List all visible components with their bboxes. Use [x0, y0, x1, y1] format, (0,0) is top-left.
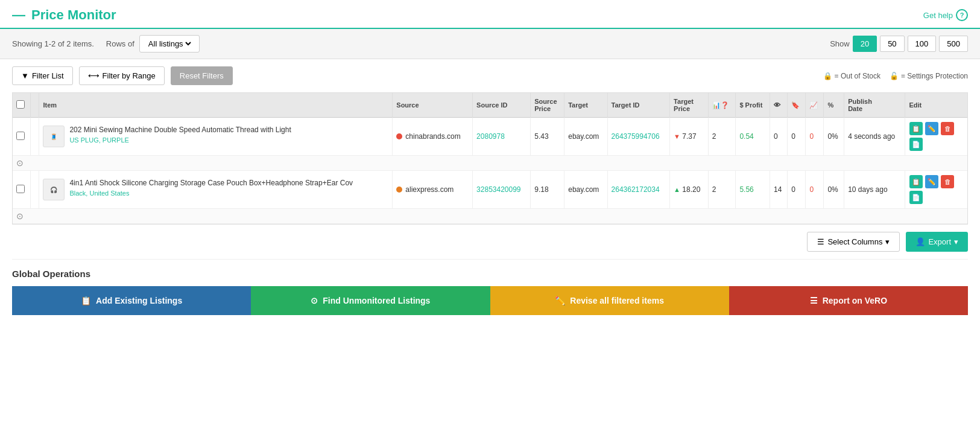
row2-zero1: 14 [770, 171, 788, 209]
row2-target-price: 18.20 [682, 185, 700, 194]
unlock-icon: 🔓 [890, 72, 899, 80]
row1-item-name: 202 Mini Sewing Machine Double Speed Aut… [69, 126, 291, 135]
select-cols-caret: ▾ [885, 237, 890, 246]
row2-action-teal2[interactable]: 📄 [909, 191, 923, 204]
row1-source-id-cell: 2080978 [473, 118, 531, 156]
report-vero-button[interactable]: ☰ Report on VeRO [729, 286, 968, 315]
col-target: Target [564, 93, 607, 118]
expand-icon2[interactable]: ⊙ [16, 211, 24, 221]
page-header: — Price Monitor Get help ? [0, 0, 980, 29]
row1-source-dot [396, 133, 402, 139]
row2-source-id[interactable]: 32853420099 [476, 185, 520, 194]
col-target-id: Target ID [607, 93, 670, 118]
reset-filters-button[interactable]: Reset Filters [171, 66, 233, 85]
filter-range-label: Filter by Range [103, 71, 156, 80]
row1-checkbox[interactable] [16, 132, 25, 140]
show-label: Show [830, 39, 850, 48]
filter-legend: 🔒 = Out of Stock 🔓 = Settings Protection [823, 72, 968, 80]
show-500-button[interactable]: 500 [939, 36, 968, 52]
row1-price-arrow: ▼ [674, 133, 680, 140]
row2-source-cell: aliexpress.com [393, 171, 473, 209]
filter-icon: ▼ [21, 71, 29, 80]
global-ops-title: Global Operations [12, 269, 968, 279]
report-label: Report on VeRO [823, 296, 887, 305]
global-buttons-group: 📋 Add Existing Listings ⊙ Find Unmonitor… [12, 286, 968, 315]
row1-item-info: 202 Mini Sewing Machine Double Speed Aut… [69, 126, 291, 144]
add-label: Add Existing Listings [96, 296, 182, 305]
listing-filter-select[interactable]: All listings [146, 39, 193, 49]
row1-source-name: chinabrands.com [405, 132, 460, 141]
row1-publish-date: 4 seconds ago [844, 118, 905, 156]
rows-of-label: Rows of [106, 39, 134, 48]
row2-publish-date: 10 days ago [844, 171, 905, 209]
find-icon: ⊙ [311, 296, 318, 305]
revise-filtered-button[interactable]: ✏️ Revise all filtered items [490, 286, 729, 315]
show-50-button[interactable]: 50 [880, 36, 904, 52]
table-row-expand2: ⊙ [13, 209, 967, 224]
row2-source-id-cell: 32853420099 [473, 171, 531, 209]
row2-action-teal1[interactable]: 📋 [909, 175, 923, 188]
toolbar: Showing 1-2 of 2 items. Rows of All list… [0, 29, 980, 59]
row1-item-image: 🧵 [43, 126, 65, 147]
row2-target-id-cell: 264362172034 [607, 171, 670, 209]
row1-action-teal2[interactable]: 📄 [909, 138, 923, 151]
filter-list-button[interactable]: ▼ Filter List [12, 66, 73, 85]
show-20-button[interactable]: 20 [853, 36, 877, 52]
expand-icon1[interactable]: ⊙ [16, 158, 24, 168]
row1-target-id-cell: 264375994706 [607, 118, 670, 156]
row1-action-group: 📋 ✏️ 🗑 📄 [909, 121, 957, 152]
filter-range-button[interactable]: ⟷ Filter by Range [79, 66, 165, 85]
col-percent: % [824, 93, 844, 118]
row1-action-blue[interactable]: ✏️ [925, 122, 938, 135]
row1-action-red[interactable]: 🗑 [941, 122, 954, 135]
col-icon1: 📊❓ [708, 93, 736, 118]
row2-item-info: 4in1 Anti Shock Silicone Charging Storag… [69, 179, 353, 197]
listing-filter-dropdown[interactable]: All listings [139, 35, 200, 53]
col-expand [30, 93, 39, 118]
main-table-container: Item Source Source ID SourcePrice Target… [12, 92, 968, 225]
select-columns-button[interactable]: ☰ Select Columns ▾ [807, 232, 900, 252]
row2-source-name: aliexpress.com [405, 185, 454, 194]
report-icon: ☰ [810, 296, 818, 305]
col-edit: Edit [905, 93, 967, 118]
row1-red: 0 [806, 118, 824, 156]
add-existing-listings-button[interactable]: 📋 Add Existing Listings [12, 286, 251, 315]
row2-source-dot [396, 187, 402, 193]
row1-source-price-cell: 5.43 [531, 118, 564, 156]
row1-col-num: 2 [708, 118, 736, 156]
show-100-button[interactable]: 100 [908, 36, 937, 52]
row2-checkbox[interactable] [16, 185, 25, 193]
row1-source-id[interactable]: 2080978 [476, 132, 505, 141]
revise-icon: ✏️ [555, 296, 565, 305]
select-cols-label: Select Columns [827, 237, 882, 246]
col-source-price: SourcePrice [531, 93, 564, 118]
row2-source-price-cell: 9.18 [531, 171, 564, 209]
find-unmonitored-button[interactable]: ⊙ Find Unmonitored Listings [251, 286, 490, 315]
row2-target-id[interactable]: 264362172034 [612, 185, 660, 194]
page-title: Price Monitor [31, 7, 116, 23]
row2-action-blue[interactable]: ✏️ [925, 175, 938, 188]
row1-target-id[interactable]: 264375994706 [612, 132, 660, 141]
export-button[interactable]: 👤 Export ▾ [906, 232, 968, 252]
col-publish-date: PublishDate [844, 93, 905, 118]
row2-action-red[interactable]: 🗑 [941, 175, 954, 188]
row1-percent: 0% [824, 118, 844, 156]
row1-zero2: 0 [788, 118, 806, 156]
get-help-label: Get help [923, 11, 953, 20]
protection-legend: 🔓 = Settings Protection [890, 72, 968, 80]
row2-price-arrow: ▲ [674, 186, 680, 193]
range-icon: ⟷ [88, 71, 100, 80]
row2-red: 0 [806, 171, 824, 209]
listings-table: Item Source Source ID SourcePrice Target… [13, 93, 967, 224]
stock-legend-label: = Out of Stock [835, 72, 880, 80]
select-all-checkbox[interactable] [16, 100, 25, 109]
col-checkbox [13, 93, 30, 118]
reset-filters-label: Reset Filters [180, 71, 224, 80]
show-group: Show 20 50 100 500 [830, 36, 968, 52]
get-help-link[interactable]: Get help ? [923, 9, 968, 21]
col-profit: $ Profit [736, 93, 770, 118]
filter-list-label: Filter List [32, 71, 64, 80]
row1-action-teal1[interactable]: 📋 [909, 122, 923, 135]
row2-item-image: 🎧 [43, 179, 65, 200]
row2-target-cell: ebay.com [564, 171, 607, 209]
